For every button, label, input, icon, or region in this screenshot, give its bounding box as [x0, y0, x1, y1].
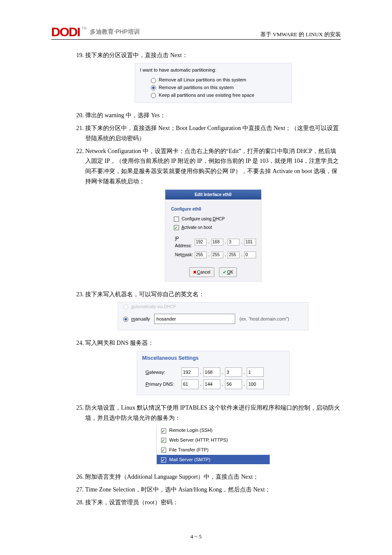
service-ftp-label: File Transfer (FTP): [169, 447, 208, 452]
logo-tagline: 多迪教育·PHP培训: [90, 28, 140, 36]
service-smtp: Mail Server (SMTP): [157, 455, 270, 465]
step-24: 写入网关和 DNS 服务器： Miscellaneous Settings Ga…: [85, 338, 341, 395]
partition-opt1-label: Remove all Linux partitions on this syst…: [159, 77, 246, 82]
screenshot-misc-settings: Miscellaneous Settings Gateway: 192 . 16…: [137, 351, 290, 395]
screenshot-edit-interface: Edit Interface eth0 Configure eth0 Confi…: [165, 189, 262, 282]
header-title: 基于 VMWARE 的 LINUX 的安装: [260, 31, 341, 38]
ok-icon: ✔: [223, 270, 226, 275]
service-http-label: Web Server (HTTP, HTTPS): [169, 437, 228, 442]
dns-oct3: 56: [225, 379, 242, 389]
dns-oct2: 144: [203, 379, 220, 389]
step-19: 接下来的分区设置中，直接点击 Next： I want to have auto…: [85, 50, 341, 103]
logo-tm: TM: [81, 26, 86, 30]
radio-checked-icon: [151, 85, 156, 90]
dns-label: Primary DNS:: [143, 379, 180, 390]
dns-oct1: 61: [182, 379, 199, 389]
dns-oct4: 100: [247, 379, 264, 389]
step-28: 接下来，设置管理员（root）密码：: [85, 497, 341, 508]
nm-oct4: 0: [244, 251, 256, 258]
dialog-buttons: ✖Cancel ✔OK: [165, 263, 261, 281]
dhcp-label: Configure using DHCP: [182, 217, 225, 221]
radio-icon: [151, 93, 156, 98]
misc-table: Gateway: 192 . 168 . 3 . 1 Primary DNS: …: [142, 365, 265, 391]
logo-text: DODI: [51, 26, 80, 38]
nm-oct1: 255: [195, 251, 207, 258]
step-20: 弹出的 warning 中，选择 Yes；: [85, 110, 341, 121]
step-25: 防火墙设置，Linux 默认情况下使用 IPTABLES 这个软件来进行应用程序…: [85, 403, 341, 464]
screenshot-hostname: automatically via DHCP manually hosander…: [118, 302, 308, 331]
ip-oct4: 101: [244, 239, 256, 246]
step-27-text: Time Zone Selection，时区中，选中 Asian/Hong Ko…: [85, 486, 271, 493]
ip-oct2: 168: [211, 239, 223, 246]
step-26: 附加语言支持（Additional Language Support）中，直接点…: [85, 472, 341, 482]
dhcp-option: Configure using DHCP: [174, 215, 256, 223]
ip-oct1: 192: [195, 239, 207, 246]
ip-table: IP Address: 192 . 168 . 3 . 101 Netmask:…: [174, 234, 258, 260]
checkbox-checked-icon: [174, 225, 179, 230]
dialog-body: Configure eth0 Configure using DHCP Acti…: [165, 199, 261, 263]
service-ftp: File Transfer (FTP): [157, 445, 270, 455]
cancel-icon: ✖: [193, 270, 196, 275]
dialog-subtitle: Configure eth0: [171, 205, 256, 213]
document-page: DODI TM 多迪教育·PHP培训 基于 VMWARE 的 LINUX 的安装…: [0, 0, 392, 555]
page-footer: 4 ~ 5: [51, 533, 341, 540]
radio-icon: [151, 78, 156, 83]
hostname-row: manually hosander (ex. "host.domain.com"…: [121, 312, 305, 326]
step-28-text: 接下来，设置管理员（root）密码：: [85, 499, 179, 506]
nm-oct3: 255: [228, 251, 239, 258]
ip-label: IP Address:: [175, 234, 193, 250]
instruction-list: 接下来的分区设置中，直接点击 Next： I want to have auto…: [51, 50, 341, 508]
ip-oct3: 3: [228, 239, 239, 246]
step-25-text: 防火墙设置，Linux 默认情况下使用 IPTABLES 这个软件来进行应用程序…: [85, 405, 340, 421]
screenshot-firewall-services: Remote Login (SSH) Web Server (HTTP, HTT…: [156, 425, 270, 464]
ok-button: ✔OK: [219, 267, 237, 277]
cancel-button: ✖Cancel: [189, 267, 214, 277]
nm-oct2: 255: [211, 251, 223, 258]
step-27: Time Zone Selection，时区中，选中 Asian/Hong Ko…: [85, 485, 341, 495]
step-19-text: 接下来的分区设置中，直接点击 Next：: [85, 52, 188, 58]
gw-oct4: 1: [247, 367, 264, 377]
gw-oct1: 192: [182, 367, 199, 377]
checkbox-checked-icon: [161, 457, 166, 462]
logo-block: DODI TM 多迪教育·PHP培训: [51, 26, 140, 38]
misc-title: Miscellaneous Settings: [142, 354, 285, 362]
service-ssh-label: Remote Login (SSH): [169, 428, 213, 433]
partition-opt2: Remove all partitions on this system: [151, 84, 291, 92]
gw-oct2: 168: [203, 367, 220, 377]
checkbox-checked-icon: [161, 428, 166, 434]
gateway-label: Gateway:: [143, 367, 180, 378]
checkbox-checked-icon: [161, 448, 166, 453]
step-23-text: 接下来写入机器名，可以写你自己的英文名：: [85, 291, 205, 298]
partition-opt3: Keep all partitions and use existing fre…: [151, 92, 291, 99]
service-http: Web Server (HTTP, HTTPS): [157, 435, 270, 445]
netmask-label: Netmask:: [175, 251, 193, 259]
dialog-titlebar: Edit Interface eth0: [165, 190, 261, 199]
step-26-text: 附加语言支持（Additional Language Support）中，直接点…: [85, 474, 259, 480]
manual-radio: manually: [123, 315, 150, 323]
step-22-text: Network Configuration 中，设置网卡；点击右上角的的“Edi…: [85, 148, 339, 185]
step-21-text: 接下来的分区中，直接选择 Next；Boot Loader Configurat…: [85, 125, 339, 142]
activate-label: Activate on boot: [182, 225, 212, 230]
step-21: 接下来的分区中，直接选择 Next；Boot Loader Configurat…: [85, 123, 341, 144]
checkbox-checked-icon: [161, 438, 166, 443]
step-22: Network Configuration 中，设置网卡；点击右上角的的“Edi…: [85, 146, 341, 282]
service-smtp-label: Mail Server (SMTP): [169, 457, 210, 462]
activate-option: Activate on boot: [174, 224, 256, 231]
screenshot-partitioning: I want to have automatic partitioning: R…: [135, 63, 292, 103]
service-ssh: Remote Login (SSH): [157, 425, 270, 435]
page-header: DODI TM 多迪教育·PHP培训 基于 VMWARE 的 LINUX 的安装: [51, 26, 341, 40]
gw-oct3: 3: [225, 367, 242, 377]
step-20-text: 弹出的 warning 中，选择 Yes；: [85, 112, 166, 119]
partition-opt3-label: Keep all partitions and use existing fre…: [159, 92, 254, 98]
step-24-text: 写入网关和 DNS 服务器：: [85, 340, 154, 346]
partition-opt2-label: Remove all partitions on this system: [159, 85, 234, 90]
partition-title: I want to have automatic partitioning:: [140, 66, 291, 74]
hostname-cut-label: automatically via DHCP: [121, 303, 305, 312]
step-23: 接下来写入机器名，可以写你自己的英文名： automatically via D…: [85, 289, 341, 330]
hostname-field: hosander: [154, 314, 235, 324]
hostname-hint: (ex. "host.domain.com"): [239, 315, 289, 323]
partition-opt1: Remove all Linux partitions on this syst…: [151, 76, 291, 84]
radio-icon: [123, 304, 128, 309]
checkbox-icon: [174, 217, 179, 222]
radio-checked-icon: [123, 317, 128, 322]
